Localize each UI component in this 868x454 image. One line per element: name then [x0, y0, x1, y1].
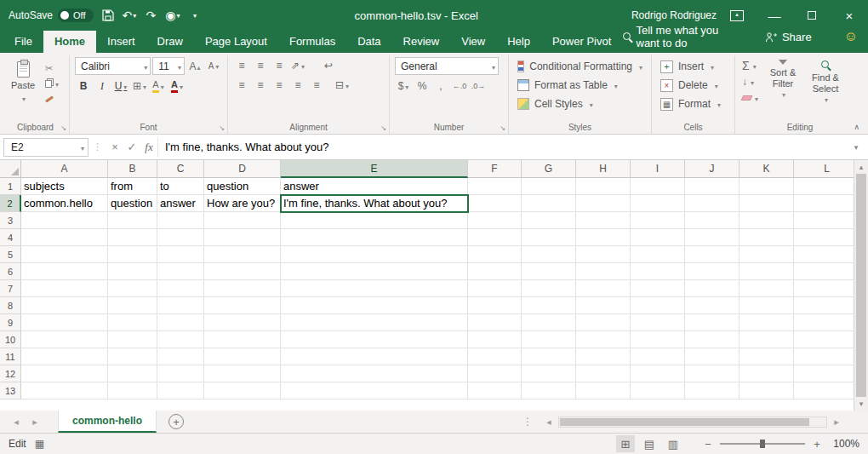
- comma-style-button[interactable]: ,: [432, 78, 449, 95]
- cell-K11[interactable]: [740, 348, 794, 365]
- fill-button[interactable]: ↓: [740, 74, 758, 89]
- cell-D12[interactable]: [204, 365, 281, 382]
- cell-I1[interactable]: [631, 178, 685, 195]
- wrap-text-button[interactable]: ↩: [320, 57, 337, 74]
- cancel-button[interactable]: ×: [106, 138, 123, 157]
- italic-button[interactable]: I: [94, 78, 111, 95]
- row-header-9[interactable]: 9: [0, 314, 21, 331]
- cell-C4[interactable]: [157, 229, 204, 246]
- cell-L6[interactable]: [794, 263, 860, 280]
- cell-G4[interactable]: [522, 229, 576, 246]
- cell-F4[interactable]: [468, 229, 522, 246]
- cell-L5[interactable]: [794, 246, 860, 263]
- decrease-indent-button[interactable]: ≡: [289, 77, 306, 94]
- cell-C13[interactable]: [157, 382, 204, 399]
- column-header-E[interactable]: E: [281, 160, 468, 178]
- cell-B13[interactable]: [108, 382, 157, 399]
- center-button[interactable]: ≡: [252, 77, 269, 94]
- cell-J3[interactable]: [685, 212, 740, 229]
- format-as-table-button[interactable]: Format as Table: [514, 76, 646, 95]
- cell-G8[interactable]: [522, 297, 576, 314]
- cell-J1[interactable]: [685, 178, 740, 195]
- zoom-in-button[interactable]: +: [812, 438, 822, 451]
- row-header-8[interactable]: 8: [0, 297, 21, 314]
- cell-J12[interactable]: [685, 365, 740, 382]
- cell-F2[interactable]: [468, 195, 522, 212]
- cell-H8[interactable]: [576, 297, 631, 314]
- cell-K7[interactable]: [740, 280, 794, 297]
- row-header-12[interactable]: 12: [0, 365, 21, 382]
- cell-I10[interactable]: [631, 331, 685, 348]
- cell-D5[interactable]: [204, 246, 281, 263]
- cell-A8[interactable]: [21, 297, 108, 314]
- font-size-combo[interactable]: 11: [152, 57, 185, 75]
- column-header-B[interactable]: B: [108, 160, 157, 178]
- vscroll-thumb[interactable]: [856, 174, 866, 397]
- column-header-C[interactable]: C: [157, 160, 204, 178]
- tab-file[interactable]: File: [3, 31, 43, 53]
- cell-E7[interactable]: [281, 280, 468, 297]
- cell-B6[interactable]: [108, 263, 157, 280]
- underline-button[interactable]: U: [112, 78, 129, 95]
- cell-A12[interactable]: [21, 365, 108, 382]
- cell-F11[interactable]: [468, 348, 522, 365]
- cell-C10[interactable]: [157, 331, 204, 348]
- row-header-11[interactable]: 11: [0, 348, 21, 365]
- cell-E2[interactable]: I'm fine, thanks. What about you?: [281, 195, 468, 212]
- customize-qat-button[interactable]: ▾: [188, 5, 202, 26]
- zoom-slider[interactable]: [720, 443, 805, 445]
- scroll-down-icon[interactable]: ▾: [854, 397, 868, 411]
- cell-F8[interactable]: [468, 297, 522, 314]
- cell-D11[interactable]: [204, 348, 281, 365]
- cell-H2[interactable]: [576, 195, 631, 212]
- vertical-scrollbar[interactable]: ▴ ▾: [854, 160, 868, 411]
- cell-A7[interactable]: [21, 280, 108, 297]
- cell-J10[interactable]: [685, 331, 740, 348]
- cell-I5[interactable]: [631, 246, 685, 263]
- cell-J11[interactable]: [685, 348, 740, 365]
- cell-F10[interactable]: [468, 331, 522, 348]
- cell-J2[interactable]: [685, 195, 740, 212]
- cell-J8[interactable]: [685, 297, 740, 314]
- bottom-align-button[interactable]: ≡: [271, 57, 288, 74]
- cell-F13[interactable]: [468, 382, 522, 399]
- decrease-font-button[interactable]: A: [205, 58, 222, 75]
- cell-E6[interactable]: [281, 263, 468, 280]
- insert-function-button[interactable]: fx: [140, 138, 157, 157]
- cell-A11[interactable]: [21, 348, 108, 365]
- cell-A13[interactable]: [21, 382, 108, 399]
- row-header-7[interactable]: 7: [0, 280, 21, 297]
- sheet-nav-next-button[interactable]: ▸: [26, 417, 44, 428]
- bold-button[interactable]: B: [75, 78, 92, 95]
- cell-B1[interactable]: from: [108, 178, 157, 195]
- sheet-nav-prev-button[interactable]: ◂: [7, 417, 26, 428]
- cell-L9[interactable]: [794, 314, 860, 331]
- cell-E4[interactable]: [281, 229, 468, 246]
- accounting-format-button[interactable]: $: [395, 78, 412, 95]
- row-header-6[interactable]: 6: [0, 263, 21, 280]
- cell-H1[interactable]: [576, 178, 631, 195]
- tab-page-layout[interactable]: Page Layout: [194, 31, 278, 53]
- autosave-pill[interactable]: Off: [58, 9, 93, 22]
- tab-help[interactable]: Help: [496, 31, 541, 53]
- save-button[interactable]: [101, 5, 115, 26]
- autosum-button[interactable]: Σ: [740, 58, 758, 73]
- row-header-5[interactable]: 5: [0, 246, 21, 263]
- merge-center-button[interactable]: ⊟: [334, 77, 351, 94]
- cell-G13[interactable]: [522, 382, 576, 399]
- collapse-ribbon-button[interactable]: ∧: [854, 123, 859, 131]
- cell-K8[interactable]: [740, 297, 794, 314]
- cell-I3[interactable]: [631, 212, 685, 229]
- cell-G12[interactable]: [522, 365, 576, 382]
- column-header-I[interactable]: I: [631, 160, 685, 178]
- increase-decimal-button[interactable]: ←.0: [451, 78, 468, 95]
- dialog-launcher-icon[interactable]: ↘: [380, 124, 386, 132]
- cell-D9[interactable]: [204, 314, 281, 331]
- cell-styles-button[interactable]: Cell Styles: [514, 95, 646, 113]
- cell-E13[interactable]: [281, 382, 468, 399]
- cell-H9[interactable]: [576, 314, 631, 331]
- expand-formula-bar-button[interactable]: ▾: [848, 143, 865, 152]
- cell-B3[interactable]: [108, 212, 157, 229]
- cell-G5[interactable]: [522, 246, 576, 263]
- dialog-launcher-icon[interactable]: ↘: [219, 124, 225, 132]
